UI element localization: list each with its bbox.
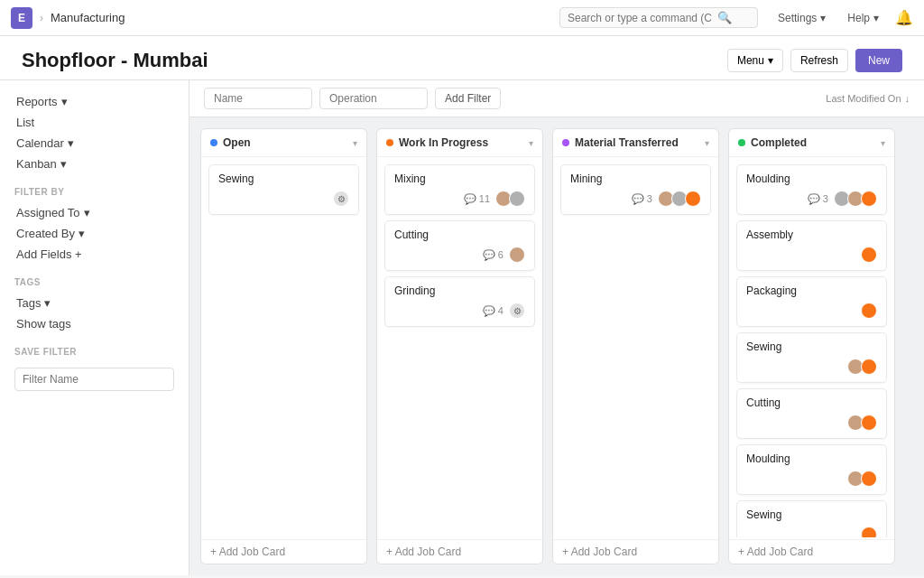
kanban-card[interactable]: Assembly (736, 220, 887, 271)
add-job-card-button[interactable]: + Add Job Card (553, 539, 718, 564)
header-buttons: Menu ▾ Refresh New (727, 49, 902, 72)
kanban-card[interactable]: Mining💬 3 (560, 164, 711, 215)
search-input[interactable] (568, 12, 712, 24)
settings-chevron-icon: ▾ (820, 12, 826, 24)
menu-button[interactable]: Menu ▾ (727, 49, 783, 72)
add-job-card-button[interactable]: + Add Job Card (201, 539, 366, 564)
card-meta: 💬 4⚙ (394, 303, 525, 319)
sort-icon: ↓ (905, 93, 910, 104)
refresh-button[interactable]: Refresh (790, 49, 848, 72)
kanban-card[interactable]: Cutting💬 6 (384, 220, 535, 271)
card-title: Packaging (746, 284, 877, 297)
col-collapse-icon[interactable]: ▾ (529, 138, 533, 148)
reports-chevron-icon: ▾ (61, 95, 68, 108)
kanban-col-completed: Completed▾Moulding💬 3AssemblyPackagingSe… (728, 128, 895, 564)
created-by-chevron-icon: ▾ (79, 227, 85, 240)
add-fields-button[interactable]: Add Fields + (14, 244, 174, 265)
card-title: Mixing (394, 172, 525, 185)
kanban-col-material_transferred: Material Transferred▾Mining💬 3+ Add Job … (552, 128, 719, 564)
card-comment-count: 💬 3 (632, 193, 652, 205)
col-dot-icon (562, 139, 569, 146)
filter-name-input[interactable] (14, 368, 174, 391)
last-modified-label: Last Modified On ↓ (826, 93, 910, 104)
avatar (861, 359, 877, 375)
tags-dropdown[interactable]: Tags ▾ (14, 293, 174, 313)
kanban-chevron-icon: ▾ (60, 157, 67, 171)
avatar: ⚙ (333, 191, 349, 207)
kanban-card[interactable]: Grinding💬 4⚙ (384, 276, 535, 327)
notification-icon[interactable]: 🔔 (895, 9, 913, 26)
topbar: E › Manufacturing 🔍 Settings ▾ Help ▾ 🔔 (0, 0, 924, 36)
name-filter-input[interactable] (204, 88, 312, 109)
settings-button[interactable]: Settings ▾ (772, 8, 831, 28)
card-avatars (847, 471, 877, 487)
card-meta (746, 471, 877, 487)
kanban-board: Open▾Sewing⚙+ Add Job CardWork In Progre… (189, 117, 924, 575)
avatar (861, 415, 877, 431)
card-avatars: ⚙ (333, 191, 349, 207)
col-dot-icon (738, 139, 745, 146)
page-title: Shopfloor - Mumbai (22, 49, 208, 72)
operation-filter-input[interactable] (319, 88, 428, 109)
col-cards-material_transferred: Mining💬 3 (553, 157, 718, 537)
card-title: Sewing (746, 508, 877, 521)
kanban-card[interactable]: Moulding (736, 444, 887, 495)
sidebar-item-reports[interactable]: Reports ▾ (14, 91, 174, 112)
col-collapse-icon[interactable]: ▾ (881, 138, 885, 148)
breadcrumb: Manufacturing (51, 11, 125, 24)
help-button[interactable]: Help ▾ (842, 8, 884, 28)
help-chevron-icon: ▾ (873, 12, 879, 24)
filter-by-label: FILTER BY (14, 187, 174, 197)
tags-chevron-icon: ▾ (44, 296, 51, 310)
card-meta: 💬 11 (394, 191, 525, 207)
kanban-card[interactable]: Moulding💬 3 (736, 164, 887, 215)
col-dot-icon (210, 139, 217, 146)
card-meta (746, 303, 877, 319)
card-comment-count: 💬 4 (483, 305, 504, 317)
card-meta: 💬 6 (394, 247, 525, 263)
col-collapse-icon[interactable]: ▾ (353, 138, 357, 148)
avatar (861, 247, 877, 263)
add-job-card-button[interactable]: + Add Job Card (377, 539, 542, 564)
filter-bar: Add Filter Last Modified On ↓ (189, 80, 924, 117)
kanban-card[interactable]: Sewing⚙ (208, 164, 359, 215)
new-button[interactable]: New (855, 49, 902, 72)
card-meta (746, 527, 877, 537)
card-meta: ⚙ (218, 191, 349, 207)
app-logo: E (11, 7, 32, 29)
kanban-card[interactable]: Packaging (736, 276, 887, 327)
col-title-label: Material Transferred (575, 136, 679, 149)
card-title: Moulding (746, 172, 877, 185)
card-title: Moulding (746, 452, 877, 465)
breadcrumb-chevron: › (40, 12, 43, 24)
topbar-right: Settings ▾ Help ▾ 🔔 (772, 8, 913, 28)
col-header-material_transferred: Material Transferred▾ (553, 129, 718, 157)
avatar (685, 191, 701, 207)
kanban-card[interactable]: Mixing💬 11 (384, 164, 535, 215)
page-header: Shopfloor - Mumbai Menu ▾ Refresh New (0, 36, 924, 80)
show-tags-button[interactable]: Show tags (14, 313, 174, 334)
card-title: Sewing (218, 172, 349, 185)
sidebar-item-kanban[interactable]: Kanban ▾ (14, 154, 174, 174)
card-avatars (509, 247, 525, 263)
search-bar[interactable]: 🔍 (559, 7, 758, 28)
kanban-card[interactable]: Sewing (736, 500, 887, 537)
col-header-open: Open▾ (201, 129, 366, 157)
sidebar-item-calendar[interactable]: Calendar ▾ (14, 133, 174, 154)
created-by-filter[interactable]: Created By ▾ (14, 223, 174, 244)
col-collapse-icon[interactable]: ▾ (705, 138, 709, 148)
avatar (861, 191, 877, 207)
kanban-card[interactable]: Sewing (736, 332, 887, 383)
sidebar: Reports ▾ List Calendar ▾ Kanban ▾ FILTE… (0, 80, 189, 575)
card-avatars (861, 247, 877, 263)
assigned-to-filter[interactable]: Assigned To ▾ (14, 202, 174, 223)
col-cards-completed: Moulding💬 3AssemblyPackagingSewingCuttin… (729, 157, 894, 537)
col-dot-icon (386, 139, 393, 146)
card-title: Cutting (394, 228, 525, 241)
search-icon: 🔍 (717, 11, 732, 24)
kanban-card[interactable]: Cutting (736, 388, 887, 439)
add-job-card-button[interactable]: + Add Job Card (729, 539, 894, 564)
sidebar-item-list[interactable]: List (14, 112, 174, 133)
add-filter-button[interactable]: Add Filter (435, 88, 501, 109)
card-comment-count: 💬 6 (483, 249, 504, 261)
